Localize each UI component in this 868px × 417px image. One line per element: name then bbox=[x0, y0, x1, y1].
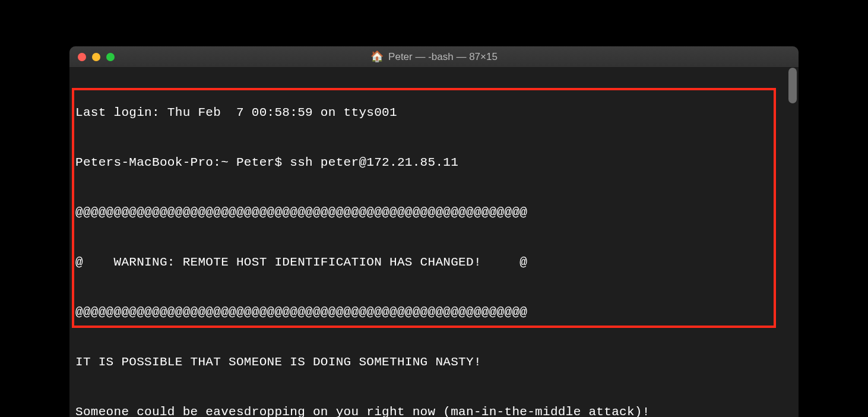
home-icon: 🏠 bbox=[370, 52, 384, 62]
terminal-content[interactable]: Last login: Thu Feb 7 00:58:59 on ttys00… bbox=[69, 68, 799, 417]
terminal-line: @@@@@@@@@@@@@@@@@@@@@@@@@@@@@@@@@@@@@@@@… bbox=[75, 204, 793, 221]
window-titlebar[interactable]: 🏠 Peter — -bash — 87×15 bbox=[69, 46, 799, 68]
terminal-line: Someone could be eavesdropping on you ri… bbox=[75, 404, 793, 417]
terminal-body[interactable]: Last login: Thu Feb 7 00:58:59 on ttys00… bbox=[69, 68, 799, 417]
terminal-window: 🏠 Peter — -bash — 87×15 Last login: Thu … bbox=[69, 46, 799, 417]
terminal-line: Last login: Thu Feb 7 00:58:59 on ttys00… bbox=[75, 105, 793, 121]
traffic-lights bbox=[78, 53, 115, 61]
scrollbar-thumb[interactable] bbox=[788, 68, 797, 103]
terminal-line: @@@@@@@@@@@@@@@@@@@@@@@@@@@@@@@@@@@@@@@@… bbox=[75, 304, 793, 321]
window-title-wrap: 🏠 Peter — -bash — 87×15 bbox=[69, 51, 799, 63]
terminal-line: IT IS POSSIBLE THAT SOMEONE IS DOING SOM… bbox=[75, 354, 793, 371]
close-button[interactable] bbox=[78, 53, 86, 61]
minimize-button[interactable] bbox=[92, 53, 100, 61]
terminal-line: Peters-MacBook-Pro:~ Peter$ ssh peter@17… bbox=[75, 154, 793, 171]
terminal-line: @ WARNING: REMOTE HOST IDENTIFICATION HA… bbox=[75, 254, 793, 271]
maximize-button[interactable] bbox=[106, 53, 115, 61]
window-title: Peter — -bash — 87×15 bbox=[388, 51, 498, 63]
scrollbar-track[interactable] bbox=[787, 68, 799, 145]
